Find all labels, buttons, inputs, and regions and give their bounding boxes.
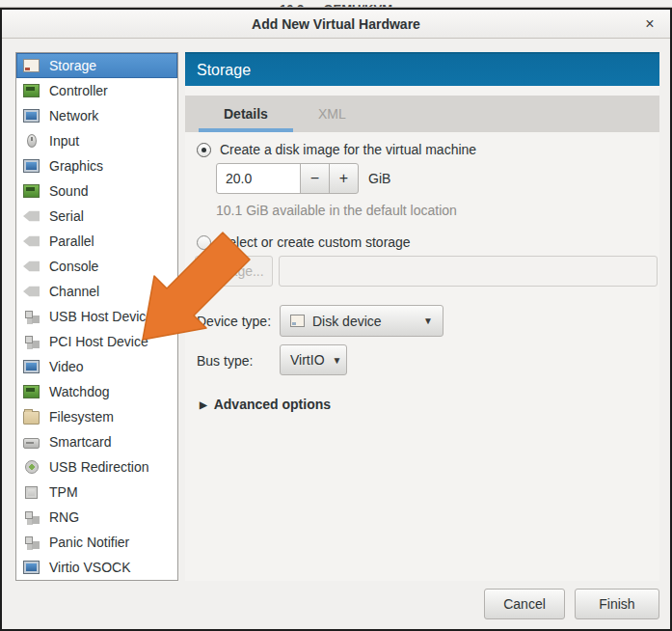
serial-plug-icon	[23, 209, 40, 223]
sidebar-item-label: Graphics	[49, 158, 103, 174]
sidebar-item-pci-host-device[interactable]: PCI Host Device	[16, 329, 177, 354]
hardware-type-list: Storage Controller Network Input Graphic…	[15, 52, 178, 581]
tab-details[interactable]: Details	[199, 96, 293, 132]
tpm-chip-icon	[25, 486, 38, 499]
sidebar-item-label: Sound	[49, 183, 88, 199]
sidebar-item-label: Controller	[49, 83, 108, 98]
bus-type-label: Bus type:	[197, 353, 253, 369]
watchdog-card-icon	[23, 385, 40, 398]
sidebar-item-label: Virtio VSOCK	[49, 560, 131, 575]
sidebar-item-sound[interactable]: Sound	[16, 178, 177, 204]
sound-card-icon	[23, 184, 40, 198]
sidebar-item-controller[interactable]: Controller	[16, 78, 177, 103]
sidebar-item-usb-host-device[interactable]: USB Host Device	[16, 304, 177, 329]
tab-xml-label: XML	[318, 106, 346, 122]
chevron-down-icon: ▼	[423, 316, 433, 326]
sidebar-item-label: USB Redirection	[49, 459, 149, 475]
sidebar-item-graphics[interactable]: Graphics	[16, 153, 177, 178]
expander-triangle-icon: ▶	[200, 399, 207, 410]
increase-size-button[interactable]: +	[329, 163, 359, 194]
sidebar-item-label: Channel	[49, 284, 99, 299]
sidebar-item-tpm[interactable]: TPM	[16, 480, 177, 505]
decrease-size-button[interactable]: −	[300, 163, 330, 194]
create-disk-radio-label: Create a disk image for the virtual mach…	[220, 142, 476, 157]
create-disk-radio[interactable]	[197, 143, 211, 157]
titlebar: Add New Virtual Hardware ×	[2, 10, 670, 39]
sidebar-item-parallel[interactable]: Parallel	[16, 229, 177, 254]
cancel-button[interactable]: Cancel	[484, 589, 565, 619]
finish-button[interactable]: Finish	[575, 589, 659, 619]
tab-bar: Details XML	[185, 96, 659, 132]
sidebar-item-label: Network	[49, 108, 98, 123]
sidebar-item-input[interactable]: Input	[16, 128, 177, 153]
usb-host-circuit-icon	[23, 310, 40, 323]
rng-circuit-icon	[23, 510, 40, 524]
sidebar-item-label: TPM	[49, 484, 78, 500]
device-type-label: Device type:	[197, 314, 271, 329]
smartcard-icon	[23, 438, 40, 449]
graphics-monitor-icon	[23, 159, 40, 173]
advanced-options-label: Advanced options	[214, 397, 331, 412]
sidebar-item-label: Parallel	[49, 233, 94, 249]
storage-panel: Storage Details XML Create a disk image …	[185, 52, 659, 581]
network-monitor-icon	[23, 109, 40, 123]
sidebar-item-label: PCI Host Device	[49, 334, 148, 349]
sidebar-item-console[interactable]: Console	[16, 254, 177, 279]
channel-plug-icon	[23, 285, 40, 298]
video-monitor-icon	[23, 360, 40, 373]
tab-xml[interactable]: XML	[293, 96, 371, 132]
create-disk-radio-row: Create a disk image for the virtual mach…	[197, 142, 476, 157]
background-window-fragment: 10.2 — QEMU/KVM	[0, 0, 672, 8]
device-type-value: Disk device	[312, 314, 382, 329]
console-plug-icon	[23, 260, 40, 273]
sidebar-item-label: RNG	[49, 509, 79, 525]
panel-header: Storage	[185, 52, 659, 86]
manage-button[interactable]: Manage...	[195, 256, 273, 287]
sidebar-item-virtio-vsock[interactable]: Virtio VSOCK	[16, 555, 177, 580]
sidebar-item-smartcard[interactable]: Smartcard	[16, 429, 177, 454]
disk-size-spinner: 20.0 − + GiB	[216, 163, 390, 194]
vsock-monitor-icon	[23, 561, 40, 574]
add-hardware-dialog: Add New Virtual Hardware × Storage Contr…	[0, 8, 672, 631]
parallel-plug-icon	[23, 234, 40, 248]
disk-size-input[interactable]: 20.0	[216, 163, 301, 194]
sidebar-item-serial[interactable]: Serial	[16, 204, 177, 229]
sidebar-item-filesystem[interactable]: Filesystem	[16, 404, 177, 429]
tab-details-label: Details	[224, 106, 268, 122]
controller-card-icon	[23, 84, 40, 97]
mouse-icon	[27, 134, 37, 148]
sidebar-item-watchdog[interactable]: Watchdog	[16, 379, 177, 404]
bus-type-dropdown[interactable]: VirtIO ▼	[280, 344, 347, 375]
filesystem-folder-icon	[23, 411, 40, 425]
sidebar-item-video[interactable]: Video	[16, 354, 177, 379]
sidebar-item-label: Video	[49, 359, 84, 374]
sidebar-item-label: Watchdog	[49, 384, 110, 399]
sidebar-item-usb-redirection[interactable]: USB Redirection	[16, 454, 177, 480]
custom-storage-radio[interactable]	[197, 235, 211, 250]
custom-storage-radio-label: Select or create custom storage	[220, 234, 411, 250]
sidebar-item-network[interactable]: Network	[16, 103, 177, 128]
sidebar-item-storage[interactable]: Storage	[16, 53, 177, 78]
storage-disk-icon	[23, 59, 40, 72]
sidebar-item-label: Input	[49, 133, 79, 149]
sidebar-item-label: USB Host Device	[49, 309, 153, 324]
custom-storage-path-input[interactable]	[279, 256, 658, 287]
sidebar-item-label: Filesystem	[49, 409, 114, 425]
panel-header-title: Storage	[197, 62, 251, 79]
device-type-dropdown[interactable]: Disk device ▼	[280, 305, 444, 337]
panic-notifier-circuit-icon	[23, 535, 40, 549]
close-icon[interactable]: ×	[640, 14, 659, 34]
sidebar-item-rng[interactable]: RNG	[16, 505, 177, 530]
available-space-hint: 10.1 GiB available in the default locati…	[216, 203, 457, 218]
disk-device-icon	[290, 315, 305, 327]
sidebar-item-label: Serial	[49, 208, 84, 224]
dialog-title: Add New Virtual Hardware	[252, 16, 420, 32]
sidebar-item-label: Panic Notifier	[49, 535, 129, 550]
advanced-options-expander[interactable]: ▶ Advanced options	[200, 397, 331, 412]
size-unit-label: GiB	[368, 171, 390, 186]
sidebar-item-panic-notifier[interactable]: Panic Notifier	[16, 530, 177, 555]
custom-storage-radio-row: Select or create custom storage	[197, 234, 411, 250]
sidebar-item-channel[interactable]: Channel	[16, 279, 177, 304]
chevron-down-icon: ▼	[333, 355, 342, 366]
bus-type-value: VirtIO	[290, 352, 325, 368]
